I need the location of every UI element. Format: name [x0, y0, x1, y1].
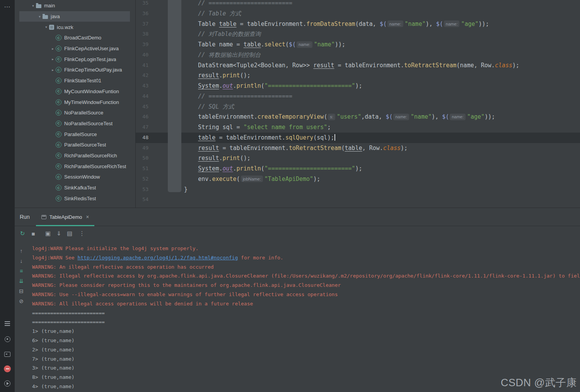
- editor-pane[interactable]: 3536373839404142434445464748495051525354…: [136, 0, 580, 208]
- chevron-right-icon[interactable]: ▸: [50, 68, 56, 72]
- tree-item-label: FlinkCepLoginTest.java: [64, 56, 116, 62]
- tree-item-label: RichParallelSourceRich: [64, 153, 117, 159]
- tree-item-SessionWindow[interactable]: SessionWindow: [19, 172, 130, 182]
- class-icon: [56, 67, 61, 73]
- tree-item-BroadCastDemo[interactable]: BroadCastDemo: [19, 32, 130, 43]
- print-icon[interactable]: ⊟: [17, 287, 26, 295]
- console-line: 1> (true,name): [32, 327, 580, 336]
- tree-item-icu.wzk[interactable]: ▾icu.wzk: [19, 22, 130, 32]
- tree-item-RichParallelSourceRichTest[interactable]: RichParallelSourceRichTest: [19, 161, 130, 172]
- code-line-48[interactable]: table = tableEnvironment.sqlQuery(sql);: [170, 133, 580, 143]
- arrow-up-icon[interactable]: ↑: [17, 247, 26, 255]
- package-icon: [49, 25, 54, 30]
- chevron-down-icon[interactable]: ▾: [37, 15, 43, 19]
- soft-wrap-icon[interactable]: ≡: [17, 267, 26, 275]
- class-icon: [56, 35, 61, 41]
- services-icon[interactable]: [3, 380, 11, 387]
- code-line-45[interactable]: // SQL 方式: [170, 102, 580, 112]
- tree-item-main[interactable]: ▾main: [19, 0, 130, 11]
- code-line-38[interactable]: // 对Table的数据查询: [170, 29, 580, 39]
- tree-item-FlinkCepLoginTest.java[interactable]: ▸FlinkCepLoginTest.java: [19, 54, 130, 65]
- close-tab-icon[interactable]: ×: [86, 214, 89, 220]
- code-line-54[interactable]: [170, 194, 580, 205]
- console-line: log4j:WARN Please initialize the log4j s…: [32, 244, 580, 253]
- more-icon[interactable]: ⋮: [77, 229, 87, 238]
- run-toolbar: ↻■▣⇓▤⋮: [18, 229, 87, 238]
- folder-icon: [36, 4, 41, 8]
- clear-icon[interactable]: ⊘: [17, 297, 26, 305]
- activity-bar-bottom: [3, 320, 11, 392]
- class-icon: [56, 121, 61, 126]
- notifications-muted-icon[interactable]: [4, 365, 11, 372]
- tree-item-NoParallelSourceTest[interactable]: NoParallelSourceTest: [19, 118, 130, 129]
- param-hint: name:: [450, 114, 466, 120]
- code-line-47[interactable]: String sql = "select name from users";: [170, 122, 580, 133]
- code-line-50[interactable]: result.print();: [170, 153, 580, 164]
- tree-item-ParallelSourceTest[interactable]: ParallelSourceTest: [19, 140, 130, 150]
- rerun-icon[interactable]: ↻: [18, 229, 27, 238]
- code-line-53[interactable]: }: [170, 184, 580, 195]
- chevron-right-icon[interactable]: ▸: [50, 57, 56, 61]
- code-line-41[interactable]: DataStream<Tuple2<Boolean, Row>> result …: [170, 60, 580, 71]
- chevron-down-icon[interactable]: ▾: [43, 25, 49, 29]
- param-hint: s:: [328, 114, 335, 120]
- code-line-44[interactable]: // ========================: [170, 91, 580, 102]
- project-panel: ▾main▾java▾icu.wzkBroadCastDemo▸FlinkCep…: [15, 0, 136, 208]
- console-line: WARNING: Use --illegal-access=warn to en…: [32, 290, 580, 299]
- console-gutter: ↑↓≡⇊⊟⊘: [17, 247, 26, 305]
- tree-item-label: ParallelSourceTest: [64, 142, 106, 148]
- code-line-43[interactable]: System.out.println("====================…: [170, 81, 580, 91]
- terminal-icon[interactable]: [3, 350, 11, 358]
- tree-item-MyCountWindowFuntion[interactable]: MyCountWindowFuntion: [19, 86, 130, 97]
- code-line-40[interactable]: // 将数据输出到控制台: [170, 50, 580, 60]
- more-menu-icon[interactable]: ⋯: [4, 0, 11, 10]
- tree-item-SinkRedisTest[interactable]: SinkRedisTest: [19, 193, 130, 204]
- stop-icon[interactable]: ■: [29, 229, 38, 238]
- class-icon: [56, 99, 61, 105]
- history-icon[interactable]: [3, 335, 11, 343]
- code-line-51[interactable]: System.out.println("====================…: [170, 164, 580, 174]
- layout-icon[interactable]: ▤: [65, 229, 74, 238]
- activity-bar: ⋯: [0, 0, 15, 392]
- tree-item-FlinkCepActiveUser.java[interactable]: ▸FlinkCepActiveUser.java: [19, 43, 130, 54]
- import-icon[interactable]: ⇓: [54, 229, 63, 238]
- tree-item-label: ParallelSource: [64, 131, 97, 137]
- tree-item-MyTimeWindowFunction[interactable]: MyTimeWindowFunction: [19, 97, 130, 107]
- tree-item-label: NoParallelSourceTest: [64, 121, 113, 126]
- line-number: 46: [136, 112, 148, 122]
- structure-icon[interactable]: [3, 320, 11, 328]
- tree-item-NoParallelSource[interactable]: NoParallelSource: [19, 107, 130, 118]
- tree-item-ParallelSource[interactable]: ParallelSource: [19, 129, 130, 140]
- tree-item-SinkKafkaTest[interactable]: SinkKafkaTest: [19, 182, 130, 193]
- console-line: 4> (true,name): [32, 382, 580, 391]
- param-hint: name:: [297, 41, 312, 48]
- code-line-46[interactable]: tableEnvironment.createTemporaryView(s:"…: [170, 112, 580, 122]
- line-number: 38: [136, 29, 148, 39]
- chevron-right-icon[interactable]: ▸: [50, 47, 56, 51]
- arrow-down-icon[interactable]: ↓: [17, 257, 26, 265]
- line-number: 40: [136, 50, 148, 60]
- console-line: ========================: [32, 317, 580, 327]
- screenshot-icon[interactable]: ▣: [43, 229, 53, 238]
- tree-item-java[interactable]: ▾java: [19, 11, 130, 22]
- tree-item-RichParallelSourceRich[interactable]: RichParallelSourceRich: [19, 150, 130, 161]
- line-number: 42: [136, 70, 148, 81]
- code-line-35[interactable]: // ========================: [170, 0, 580, 9]
- line-number: 41: [136, 60, 148, 71]
- tree-item-label: icu.wzk: [57, 24, 73, 30]
- tab-title: TableApiDemo: [49, 214, 82, 220]
- code-line-37[interactable]: Table table = tableEnvironment.fromDataS…: [170, 19, 580, 29]
- scroll-to-end-icon[interactable]: ⇊: [17, 277, 26, 285]
- tree-item-FlinkCepTimeOutPay.java[interactable]: ▸FlinkCepTimeOutPay.java: [19, 65, 130, 75]
- code-line-36[interactable]: // Table 方式: [170, 9, 580, 19]
- chevron-down-icon[interactable]: ▾: [30, 4, 36, 8]
- code-line-39[interactable]: Table name = table.select($(name:"name")…: [170, 39, 580, 50]
- code-line-52[interactable]: env.execute(jobName:"TableApiDemo");: [170, 174, 580, 184]
- line-number: 49: [136, 143, 148, 153]
- code-line-49[interactable]: result = tableEnvironment.toRetractStrea…: [170, 143, 580, 153]
- tab-tableapidemo[interactable]: TableApiDemo ×: [36, 208, 95, 226]
- tree-item-FlinkStateTest01[interactable]: FlinkStateTest01: [19, 75, 130, 86]
- code-line-42[interactable]: result.print();: [170, 70, 580, 81]
- param-hint: name:: [393, 114, 409, 120]
- console-link[interactable]: http://logging.apache.org/log4j/1.2/faq.…: [77, 255, 238, 261]
